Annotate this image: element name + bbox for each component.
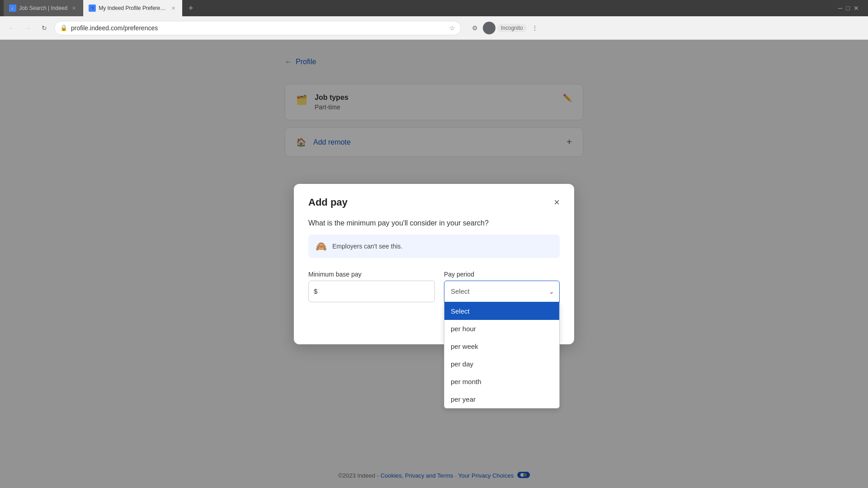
more-options-button[interactable]: ⋮ — [528, 22, 541, 34]
tab2-title: My Indeed Profile Preferences — [99, 5, 167, 11]
tabs-bar: J Job Search | Indeed ✕ I My Indeed Prof… — [4, 0, 199, 16]
min-pay-label: Minimum base pay — [308, 271, 435, 278]
back-button[interactable]: ← — [5, 22, 18, 34]
modal-overlay[interactable]: Add pay × What is the minimum pay you'll… — [0, 40, 868, 488]
lock-icon: 🔒 — [60, 24, 67, 31]
dropdown-option-per-year[interactable]: per year — [444, 390, 559, 408]
incognito-label: Incognito — [497, 24, 527, 32]
new-tab-button[interactable]: + — [183, 0, 199, 16]
info-box: 🙈 Employers can't see this. — [308, 235, 560, 258]
form-row: Minimum base pay $ Pay period Select ⌄ — [308, 271, 560, 302]
pay-period-select-wrapper: Select ⌄ Select per hour per week per da… — [444, 281, 560, 302]
min-pay-input[interactable] — [308, 281, 435, 302]
pay-period-label: Pay period — [444, 271, 560, 278]
modal-title: Add pay — [308, 197, 348, 208]
dropdown-option-per-month[interactable]: per month — [444, 373, 559, 390]
min-pay-group: Minimum base pay $ — [308, 271, 435, 302]
tab2-close-button[interactable]: ✕ — [170, 5, 177, 12]
modal-question: What is the minimum pay you'll consider … — [308, 219, 560, 227]
pay-period-dropdown: Select per hour per week per day per mon… — [444, 302, 560, 408]
page-content: ← Profile 🗂️ Job types Part-time ✏️ 🏠 Ad… — [0, 40, 868, 488]
add-pay-modal: Add pay × What is the minimum pay you'll… — [294, 184, 574, 344]
bookmark-icon[interactable]: ☆ — [449, 24, 455, 32]
modal-close-button[interactable]: × — [554, 197, 560, 207]
browser-chrome: J Job Search | Indeed ✕ I My Indeed Prof… — [0, 0, 868, 16]
profile-avatar — [483, 22, 495, 34]
tab1-favicon: J — [9, 5, 16, 12]
window-close-button[interactable]: ✕ — [854, 5, 859, 12]
extension-button[interactable]: ⚙ — [468, 22, 481, 34]
window-minimize-button[interactable]: ─ — [838, 5, 843, 12]
dropdown-option-per-week[interactable]: per week — [444, 338, 559, 355]
modal-header: Add pay × — [308, 197, 560, 208]
chevron-down-icon: ⌄ — [549, 288, 554, 295]
toolbar-right: ⚙ Incognito ⋮ — [468, 22, 541, 34]
pay-input-wrapper: $ — [308, 281, 435, 302]
svg-text:J: J — [12, 7, 13, 10]
address-bar[interactable]: 🔒 profile.indeed.com/preferences ☆ — [54, 21, 461, 35]
pay-period-select[interactable]: Select — [444, 281, 560, 302]
info-box-text: Employers can't see this. — [332, 243, 402, 250]
forward-button[interactable]: → — [22, 22, 34, 34]
tab1-title: Job Search | Indeed — [19, 5, 67, 11]
tab2-favicon: I — [89, 5, 96, 12]
tab1-close-button[interactable]: ✕ — [70, 5, 77, 12]
dropdown-option-per-hour[interactable]: per hour — [444, 320, 559, 338]
tab-job-search[interactable]: J Job Search | Indeed ✕ — [4, 0, 83, 16]
reload-button[interactable]: ↻ — [38, 22, 51, 34]
address-bar-row: ← → ↻ 🔒 profile.indeed.com/preferences ☆… — [0, 16, 868, 40]
select-value: Select — [451, 287, 470, 295]
tab-profile-preferences[interactable]: I My Indeed Profile Preferences ✕ — [83, 0, 183, 16]
window-maximize-button[interactable]: □ — [846, 5, 850, 12]
dollar-sign: $ — [314, 287, 317, 295]
dropdown-option-select[interactable]: Select — [444, 302, 559, 320]
eye-off-icon: 🙈 — [316, 241, 327, 252]
profile-picture-button[interactable] — [483, 22, 495, 34]
pay-period-group: Pay period Select ⌄ Select per hour per … — [444, 271, 560, 302]
address-text: profile.indeed.com/preferences — [71, 24, 446, 32]
dropdown-option-per-day[interactable]: per day — [444, 355, 559, 373]
